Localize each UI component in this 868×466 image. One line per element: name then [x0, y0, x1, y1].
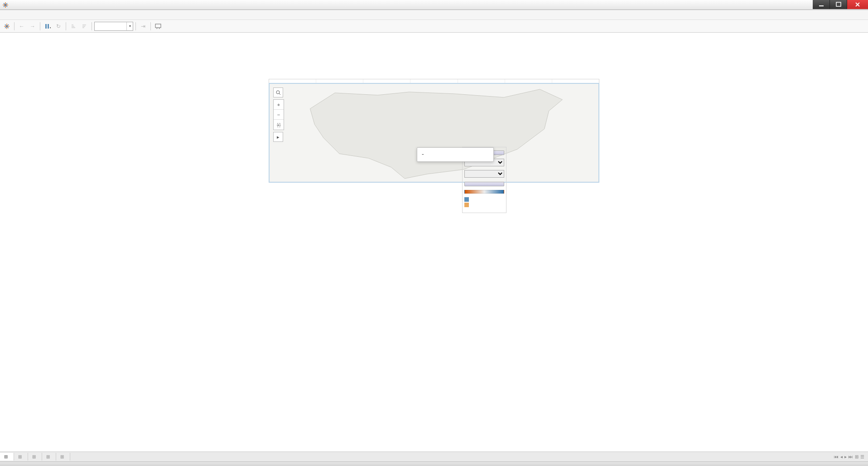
pause-updates-button[interactable]: ▾ — [43, 21, 53, 31]
svg-rect-5 — [836, 2, 841, 6]
filter-state-select[interactable] — [464, 170, 504, 178]
kpi-total-sales[interactable] — [269, 79, 316, 83]
legend-profitable[interactable] — [464, 197, 504, 202]
presentation-button[interactable] — [153, 21, 163, 31]
menu-bar — [0, 10, 868, 20]
svg-line-25 — [279, 93, 280, 95]
menu-dashboard[interactable] — [11, 14, 20, 16]
status-bar — [0, 461, 868, 466]
kpi-profit-per-customer[interactable] — [458, 79, 505, 83]
window-close-button[interactable] — [847, 0, 868, 9]
tab-overview[interactable]: ⊞ — [0, 453, 14, 461]
map-svg — [270, 84, 598, 183]
svg-point-24 — [276, 91, 280, 94]
tab-performance[interactable]: ⊞ — [42, 453, 56, 461]
tab-nav-next[interactable]: ▸ — [844, 454, 847, 459]
map-zoom-out-button[interactable]: − — [274, 110, 284, 120]
tab-nav-grid[interactable]: ⊞ — [855, 454, 858, 459]
sheet-tabs-bar: ⊞ ⊞ ⊞ ⊞ ⊞ ⏮ ◂ ▸ ⏭ ⊞ ☰ — [0, 451, 868, 461]
tab-product[interactable]: ⊞ — [14, 453, 28, 461]
kpi-avg-discount[interactable] — [505, 79, 552, 83]
dashboard-icon: ⊞ — [18, 454, 22, 459]
toolbar-search-input[interactable]: ▾ — [94, 22, 133, 31]
dashboard-icon: ⊞ — [4, 454, 8, 459]
tab-orderdetails[interactable]: ⊞ — [56, 453, 70, 461]
kpi-row — [269, 79, 599, 83]
filter-profitratio-slider[interactable] — [464, 182, 504, 186]
toolbar: ← → ▾ ↻ ▾ ⇥ — [0, 20, 868, 33]
map-search-button[interactable] — [273, 87, 283, 97]
legend-unprofitable[interactable] — [464, 203, 504, 207]
tableau-logo-icon[interactable] — [2, 21, 12, 31]
dashboard-icon: ⊞ — [32, 454, 36, 459]
kpi-quantity[interactable] — [552, 79, 599, 83]
window-titlebar — [0, 0, 868, 10]
svg-rect-21 — [155, 24, 161, 28]
dashboard-canvas: + − ▸ - — [0, 33, 868, 455]
category-chart[interactable] — [436, 184, 599, 185]
window-maximize-button[interactable] — [830, 0, 847, 9]
segment-chart[interactable] — [269, 184, 432, 185]
menu-help[interactable] — [29, 14, 38, 16]
map-zoom-in-button[interactable]: + — [274, 100, 284, 110]
forward-button[interactable]: → — [28, 21, 38, 31]
app-icon — [2, 1, 9, 9]
refresh-button[interactable]: ↻ — [53, 21, 63, 31]
map-home-button[interactable] — [274, 120, 284, 130]
color-legend-gradient — [464, 190, 504, 194]
kpi-profit-ratio[interactable] — [363, 79, 410, 83]
tab-nav-prev[interactable]: ◂ — [840, 454, 843, 459]
menu-file[interactable] — [2, 14, 11, 16]
map-view[interactable]: + − ▸ - — [269, 83, 599, 183]
kpi-profit-per-order[interactable] — [410, 79, 458, 83]
svg-rect-4 — [819, 5, 824, 6]
map-controls: + − ▸ — [273, 87, 284, 142]
sort-desc-button[interactable] — [79, 21, 89, 31]
kpi-total-profit[interactable] — [316, 79, 363, 83]
svg-rect-13 — [48, 24, 49, 29]
back-button[interactable]: ← — [17, 21, 27, 31]
window-minimize-button[interactable] — [813, 0, 830, 9]
tab-shipping[interactable]: ⊞ — [28, 453, 42, 461]
map-tooltip: - — [417, 147, 494, 162]
tab-nav-list[interactable]: ☰ — [860, 454, 864, 459]
menu-window[interactable] — [20, 14, 29, 16]
tab-nav-last[interactable]: ⏭ — [849, 454, 853, 459]
sort-asc-button[interactable] — [68, 21, 78, 31]
map-play-button[interactable]: ▸ — [273, 132, 283, 142]
tab-nav-first[interactable]: ⏮ — [834, 454, 839, 459]
dashboard-icon: ⊞ — [46, 454, 50, 459]
pin-button[interactable]: ⇥ — [138, 21, 148, 31]
svg-text:▾: ▾ — [50, 26, 51, 29]
dashboard-icon: ⊞ — [60, 454, 64, 459]
svg-rect-12 — [45, 24, 47, 29]
